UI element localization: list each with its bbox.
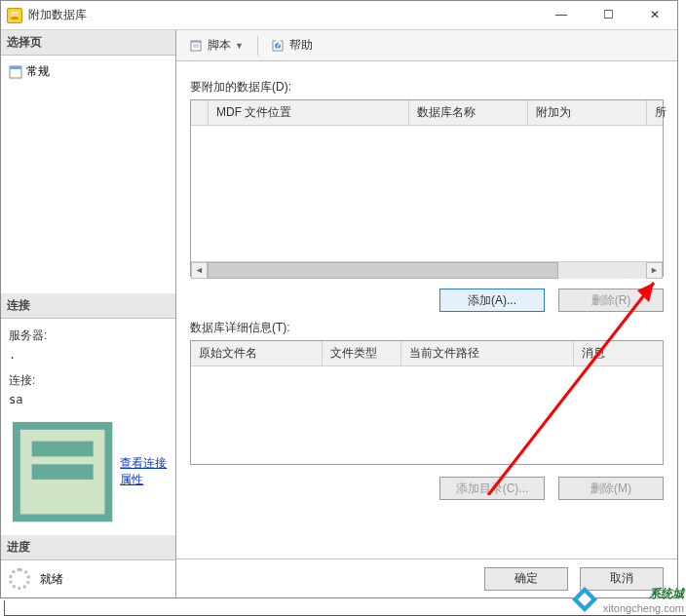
col-db-name[interactable]: 数据库名称 xyxy=(409,100,528,125)
script-button[interactable]: 脚本 ▼ xyxy=(184,34,249,57)
col-attach-as[interactable]: 附加为 xyxy=(528,100,647,125)
databases-grid-body[interactable] xyxy=(191,126,663,261)
server-value: . xyxy=(9,347,168,369)
script-label: 脚本 xyxy=(208,37,231,54)
conn-value: sa xyxy=(9,392,168,414)
help-icon: ? xyxy=(272,39,286,53)
left-sidebar: 选择页 常规 连接 服务器: . 连接: sa xyxy=(1,30,176,597)
view-connection-properties-link[interactable]: 查看连接属性 xyxy=(9,414,168,529)
scroll-track[interactable] xyxy=(208,262,646,279)
page-general[interactable]: 常规 xyxy=(9,61,168,82)
right-pane: 脚本 ▼ ? 帮助 要附加的数据库(D): MDF 文件位置 数据库名称 附加为 xyxy=(176,30,677,597)
database-icon xyxy=(7,8,22,23)
content-area: 选择页 常规 连接 服务器: . 连接: sa xyxy=(1,30,677,597)
scroll-thumb[interactable] xyxy=(208,262,558,279)
select-page-header: 选择页 xyxy=(1,30,175,56)
add-directory-button: 添加目录(C)... xyxy=(439,477,545,500)
progress-status: 就绪 xyxy=(40,571,63,588)
maximize-button[interactable]: ☐ xyxy=(586,1,630,28)
titlebar[interactable]: 附加数据库 — ☐ ✕ xyxy=(1,1,677,30)
add-directory-label: 添加目录(C)... xyxy=(456,481,529,497)
progress-header: 进度 xyxy=(1,535,175,560)
main-panel: 要附加的数据库(D): MDF 文件位置 数据库名称 附加为 所 ◄ ► xyxy=(176,61,677,558)
script-icon xyxy=(190,39,204,53)
connection-header: 连接 xyxy=(1,293,175,319)
watermark: 系统城 xitongcheng.com xyxy=(570,585,684,614)
watermark-brand: 系统城 xyxy=(649,586,684,602)
properties-icon xyxy=(9,418,116,525)
remove-button: 删除(R) xyxy=(558,289,664,312)
watermark-url: xitongcheng.com xyxy=(603,602,684,614)
page-icon xyxy=(9,65,22,79)
databases-grid[interactable]: MDF 文件位置 数据库名称 附加为 所 ◄ ► xyxy=(190,99,664,277)
toolbar: 脚本 ▼ ? 帮助 xyxy=(176,30,677,61)
col-blank xyxy=(191,100,209,125)
add-button-label: 添加(A)... xyxy=(468,292,516,309)
page-general-label: 常规 xyxy=(26,63,50,80)
svg-text:?: ? xyxy=(275,39,282,52)
remove-button-label: 删除(R) xyxy=(591,292,631,309)
svg-rect-4 xyxy=(10,66,21,69)
ok-button[interactable]: 确定 xyxy=(484,567,568,591)
progress-spinner-icon xyxy=(9,568,30,590)
chevron-down-icon: ▼ xyxy=(235,41,244,51)
help-label: 帮助 xyxy=(289,37,313,54)
view-connection-properties-label: 查看连接属性 xyxy=(120,455,168,488)
dialog-window: 附加数据库 — ☐ ✕ 选择页 常规 连接 服务器: xyxy=(0,0,678,598)
details-grid-header: 原始文件名 文件类型 当前文件路径 消息 xyxy=(191,341,663,366)
conn-label: 连接: xyxy=(9,369,168,392)
close-button[interactable]: ✕ xyxy=(632,1,677,28)
help-button[interactable]: ? 帮助 xyxy=(266,34,319,57)
details-grid[interactable]: 原始文件名 文件类型 当前文件路径 消息 xyxy=(190,340,664,465)
svg-point-2 xyxy=(11,17,19,19)
details-grid-body[interactable] xyxy=(191,366,663,466)
scroll-right-icon[interactable]: ► xyxy=(646,262,663,279)
horizontal-scrollbar[interactable]: ◄ ► xyxy=(191,261,663,278)
scroll-left-icon[interactable]: ◄ xyxy=(191,262,208,279)
databases-grid-header: MDF 文件位置 数据库名称 附加为 所 xyxy=(191,100,663,126)
db-details-label: 数据库详细信息(T): xyxy=(190,320,664,336)
watermark-icon xyxy=(570,585,599,614)
col-file-type[interactable]: 文件类型 xyxy=(323,341,401,366)
col-mdf-location[interactable]: MDF 文件位置 xyxy=(209,100,409,125)
toolbar-separator xyxy=(257,36,258,56)
minimize-button[interactable]: — xyxy=(539,1,584,28)
col-owner-trunc[interactable]: 所 xyxy=(647,100,663,125)
add-button[interactable]: 添加(A)... xyxy=(439,289,545,312)
svg-rect-6 xyxy=(32,441,94,456)
remove-file-button: 删除(M) xyxy=(558,477,664,500)
ok-label: 确定 xyxy=(514,570,538,587)
col-message[interactable]: 消息 xyxy=(574,341,663,366)
remove-file-label: 删除(M) xyxy=(591,481,631,497)
col-current-path[interactable]: 当前文件路径 xyxy=(401,341,574,366)
server-label: 服务器: xyxy=(9,325,168,347)
col-original-filename[interactable]: 原始文件名 xyxy=(191,341,323,366)
svg-rect-7 xyxy=(32,464,94,480)
databases-to-attach-label: 要附加的数据库(D): xyxy=(190,79,664,96)
